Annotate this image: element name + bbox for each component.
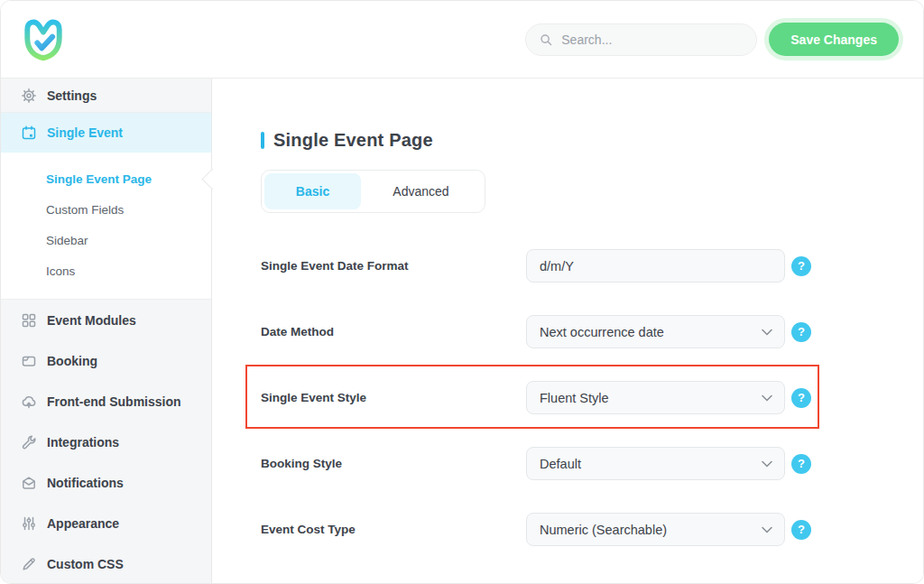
sidebar-item-custom-css[interactable]: Custom CSS xyxy=(1,543,211,584)
help-icon[interactable]: ? xyxy=(791,256,811,276)
save-changes-button[interactable]: Save Changes xyxy=(769,23,899,56)
form-row-booking-style: Booking Style Default ? xyxy=(261,447,923,480)
chevron-down-icon xyxy=(762,394,772,402)
sidebar-item-integrations[interactable]: Integrations xyxy=(1,422,211,462)
sidebar-item-front-end-submission[interactable]: Front-end Submission xyxy=(1,381,211,422)
search-input[interactable] xyxy=(561,32,744,47)
select-value: Numeric (Searchable) xyxy=(540,523,667,537)
sidebar-item-label: Notifications xyxy=(47,476,124,490)
chevron-down-icon xyxy=(762,329,772,336)
submenu-item-sidebar[interactable]: Sidebar xyxy=(1,225,211,255)
mec-logo-icon xyxy=(19,15,68,64)
sidebar-item-label: Appearance xyxy=(47,516,119,531)
gear-icon xyxy=(21,88,37,104)
settings-sidebar: Settings Single Event Single Event Page … xyxy=(1,79,212,584)
help-icon[interactable]: ? xyxy=(791,454,811,474)
form-row-date-method: Date Method Next occurrence date ? xyxy=(261,315,923,348)
page-title-text: Single Event Page xyxy=(273,130,433,151)
sidebar-item-booking[interactable]: Booking xyxy=(1,340,211,381)
envelope-icon xyxy=(21,475,37,491)
page-title: Single Event Page xyxy=(261,130,923,151)
field-label: Booking Style xyxy=(261,457,526,470)
sidebar-item-settings[interactable]: Settings xyxy=(1,79,211,113)
chevron-down-icon xyxy=(762,526,772,533)
field-label: Single Event Style xyxy=(261,391,526,404)
field-label: Date Method xyxy=(261,325,526,338)
date-method-select[interactable]: Next occurrence date xyxy=(526,315,785,348)
sidebar-item-event-modules[interactable]: Event Modules xyxy=(1,300,211,340)
title-accent-bar xyxy=(261,132,264,149)
submenu-item-custom-fields[interactable]: Custom Fields xyxy=(1,194,211,225)
field-label: Event Cost Type xyxy=(261,523,526,536)
pencil-icon xyxy=(21,556,37,572)
booking-style-select[interactable]: Default xyxy=(526,447,785,480)
tab-basic[interactable]: Basic xyxy=(264,173,361,209)
help-icon[interactable]: ? xyxy=(791,520,811,540)
cloud-upload-icon xyxy=(21,394,37,410)
select-value: Next occurrence date xyxy=(540,325,664,339)
sidebar-item-label: Front-end Submission xyxy=(47,394,181,409)
top-bar: Save Changes xyxy=(1,1,923,79)
single-event-submenu: Single Event Page Custom Fields Sidebar … xyxy=(1,153,211,300)
sidebar-item-label: Custom CSS xyxy=(47,557,124,571)
chevron-down-icon xyxy=(762,460,772,468)
sidebar-item-label: Booking xyxy=(47,354,97,368)
help-icon[interactable]: ? xyxy=(791,388,811,408)
select-value: Default xyxy=(540,457,581,471)
select-value: Fluent Style xyxy=(540,391,609,405)
wallet-icon xyxy=(21,353,37,369)
event-cost-type-select[interactable]: Numeric (Searchable) xyxy=(526,513,785,546)
wrench-icon xyxy=(21,434,37,450)
main-content: Single Event Page Basic Advanced Single … xyxy=(212,79,923,584)
form-row-event-cost-type: Event Cost Type Numeric (Searchable) ? xyxy=(261,513,923,546)
tab-bar: Basic Advanced xyxy=(261,170,485,213)
submenu-item-single-event-page[interactable]: Single Event Page xyxy=(1,163,211,194)
sidebar-item-label: Integrations xyxy=(47,435,119,450)
sidebar-item-appearance[interactable]: Appearance xyxy=(1,503,211,543)
date-format-input[interactable] xyxy=(526,249,785,283)
sidebar-item-notifications[interactable]: Notifications xyxy=(1,462,211,503)
app-window: Save Changes Settings xyxy=(0,0,924,584)
sidebar-item-label: Settings xyxy=(47,88,97,103)
submenu-item-icons[interactable]: Icons xyxy=(1,255,211,286)
form-row-date-format: Single Event Date Format ? xyxy=(261,249,923,283)
single-event-style-select[interactable]: Fluent Style xyxy=(526,381,785,414)
sidebar-item-single-event[interactable]: Single Event xyxy=(1,113,211,153)
calendar-icon xyxy=(21,125,37,141)
form-row-single-event-style: Single Event Style Fluent Style ? xyxy=(261,381,923,414)
field-label: Single Event Date Format xyxy=(261,259,526,273)
sidebar-item-label: Single Event xyxy=(47,125,123,140)
search-icon xyxy=(539,32,553,47)
grid-icon xyxy=(21,312,37,329)
settings-form: Single Event Date Format ? Date Method N… xyxy=(261,249,923,546)
sliders-icon xyxy=(21,515,37,532)
sidebar-item-label: Event Modules xyxy=(47,313,136,328)
search-box[interactable] xyxy=(525,23,757,56)
tab-advanced[interactable]: Advanced xyxy=(361,173,481,209)
help-icon[interactable]: ? xyxy=(791,322,811,342)
